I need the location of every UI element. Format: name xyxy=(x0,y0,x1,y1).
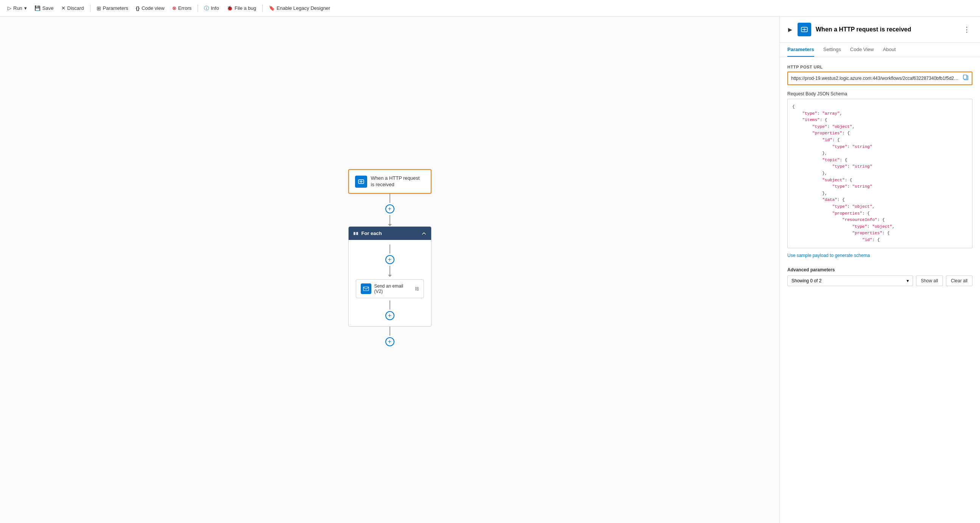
connector-line-2 xyxy=(390,215,390,224)
inner-arrow xyxy=(388,275,392,277)
http-post-url-label: HTTP POST URL xyxy=(788,65,972,69)
link-icon: ⛓ xyxy=(415,286,419,291)
file-bug-label: File a bug xyxy=(235,5,256,11)
foreach-icon xyxy=(353,231,358,236)
toolbar: Run ▾ 💾 Save ✕ Discard ⊞ Parameters {} C… xyxy=(0,0,980,17)
dropdown-chevron-icon xyxy=(907,278,909,283)
inner-bottom-line xyxy=(390,300,390,310)
errors-icon: ⊗ xyxy=(172,5,177,11)
foreach-container: For each + xyxy=(348,226,431,327)
add-step-btn-final[interactable]: + xyxy=(385,337,395,346)
advanced-section: Advanced parameters Showing 0 of 2 Show … xyxy=(788,267,972,286)
http-trigger-icon xyxy=(355,176,367,188)
connector-arrow-1 xyxy=(388,224,392,226)
email-icon xyxy=(361,283,371,294)
connector-bottom: + xyxy=(385,327,395,348)
code-view-label: Code view xyxy=(142,5,165,11)
inner-line-1 xyxy=(390,245,390,254)
svg-rect-6 xyxy=(963,75,967,79)
parameters-icon: ⊞ xyxy=(97,5,101,11)
info-icon: ⓘ xyxy=(204,5,209,12)
json-editor[interactable]: { "type": "array", "items": { "type": "o… xyxy=(788,99,972,248)
parameters-button[interactable]: ⊞ Parameters xyxy=(94,4,131,13)
divider-1 xyxy=(90,5,91,12)
foreach-header-left: For each xyxy=(353,231,382,236)
panel-header: ▶ When a HTTP request is received ⋮ xyxy=(780,17,980,43)
tab-about[interactable]: About xyxy=(883,43,896,57)
panel-expand-button[interactable]: ▶ xyxy=(788,26,793,33)
add-step-btn-inner[interactable]: + xyxy=(385,255,395,264)
flow-container: When a HTTP request is received + xyxy=(348,169,431,348)
foreach-collapse-icon[interactable] xyxy=(421,231,426,236)
save-label: Save xyxy=(42,5,54,11)
email-node[interactable]: Send an email (V2) ⛓ xyxy=(356,279,424,298)
email-title: Send an email (V2) xyxy=(374,283,412,294)
save-button[interactable]: 💾 Save xyxy=(32,4,57,13)
connector-line-1 xyxy=(390,194,390,203)
tab-parameters[interactable]: Parameters xyxy=(788,43,814,57)
connector-inner-1: + xyxy=(385,245,395,277)
run-label: Run xyxy=(13,5,22,11)
divider-3 xyxy=(262,5,263,12)
connector-1: + xyxy=(385,194,395,226)
legacy-icon: 🔖 xyxy=(269,5,275,11)
legacy-label: Enable Legacy Designer xyxy=(277,5,331,11)
showing-text: Showing 0 of 2 xyxy=(792,278,821,283)
http-trigger-node[interactable]: When a HTTP request is received xyxy=(348,169,431,194)
divider-2 xyxy=(197,5,198,12)
bug-icon: 🐞 xyxy=(227,5,233,11)
foreach-body: + Send an email (V2) ⛓ xyxy=(348,240,431,326)
panel-body: HTTP POST URL https://prod-19.westus2.lo… xyxy=(780,57,980,523)
http-trigger-title: When a HTTP request is received xyxy=(371,175,420,188)
run-icon xyxy=(8,5,11,11)
showing-row: Showing 0 of 2 Show all Clear all xyxy=(788,275,972,286)
show-all-button[interactable]: Show all xyxy=(916,275,943,286)
svg-rect-1 xyxy=(353,232,355,235)
connector-inner-bottom: + xyxy=(385,300,395,322)
svg-rect-3 xyxy=(363,287,369,291)
file-bug-button[interactable]: 🐞 File a bug xyxy=(224,4,259,13)
parameters-label: Parameters xyxy=(103,5,128,11)
canvas: When a HTTP request is received + xyxy=(0,17,780,523)
schema-link[interactable]: Use sample payload to generate schema xyxy=(788,253,972,258)
add-step-btn-bottom[interactable]: + xyxy=(385,311,395,320)
panel-icon xyxy=(797,23,811,37)
add-step-btn-1[interactable]: + xyxy=(385,204,395,213)
right-panel: ▶ When a HTTP request is received ⋮ Para… xyxy=(780,17,980,523)
panel-tabs: Parameters Settings Code View About xyxy=(780,43,980,57)
panel-title: When a HTTP request is received xyxy=(816,26,956,33)
save-icon: 💾 xyxy=(35,5,40,11)
foreach-title: For each xyxy=(361,231,382,236)
code-view-button[interactable]: {} Code view xyxy=(133,4,168,13)
run-button[interactable]: Run ▾ xyxy=(5,4,30,13)
main-area: When a HTTP request is received + xyxy=(0,17,980,523)
info-button[interactable]: ⓘ Info xyxy=(201,3,222,13)
json-schema-label: Request Body JSON Schema xyxy=(788,91,972,97)
errors-label: Errors xyxy=(178,5,191,11)
run-chevron: ▾ xyxy=(24,5,27,11)
clear-all-button[interactable]: Clear all xyxy=(946,275,972,286)
advanced-label: Advanced parameters xyxy=(788,267,972,272)
inner-line-2 xyxy=(390,265,390,275)
errors-button[interactable]: ⊗ Errors xyxy=(169,4,194,13)
url-text: https://prod-19.westus2.logic.azure.com:… xyxy=(791,76,960,81)
showing-dropdown[interactable]: Showing 0 of 2 xyxy=(788,275,913,286)
svg-rect-2 xyxy=(356,232,358,235)
url-field: https://prod-19.westus2.logic.azure.com:… xyxy=(788,72,972,85)
discard-label: Discard xyxy=(67,5,84,11)
copy-url-button[interactable] xyxy=(963,75,969,82)
code-view-icon: {} xyxy=(136,5,140,11)
discard-button[interactable]: ✕ Discard xyxy=(58,4,87,13)
legacy-designer-button[interactable]: 🔖 Enable Legacy Designer xyxy=(266,4,334,13)
tab-code-view[interactable]: Code View xyxy=(850,43,874,57)
info-label: Info xyxy=(211,5,219,11)
foreach-header[interactable]: For each xyxy=(348,227,431,240)
discard-icon: ✕ xyxy=(61,5,65,11)
panel-more-button[interactable]: ⋮ xyxy=(961,25,972,35)
bottom-line xyxy=(390,327,390,336)
tab-settings[interactable]: Settings xyxy=(823,43,841,57)
